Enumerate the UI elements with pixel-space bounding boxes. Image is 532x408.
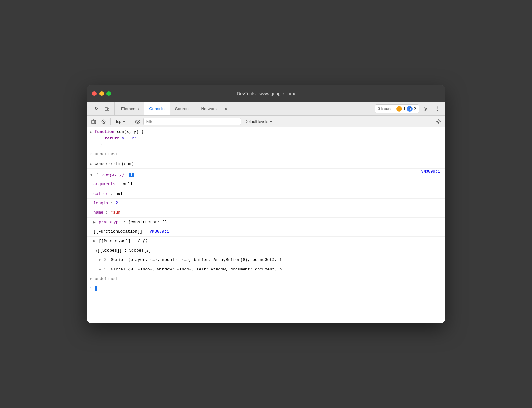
expand-arrow-2[interactable]: ▶ (90, 161, 92, 168)
svg-point-5 (437, 106, 438, 107)
console-content: ▶ function sum(x, y) { return x + y; } «… (87, 127, 445, 323)
issues-badge[interactable]: 3 Issues: ! 1 💬 2 (375, 104, 419, 113)
input-chevron: › (90, 286, 92, 291)
svg-point-12 (137, 121, 138, 122)
result-undefined-1: undefined (95, 152, 117, 157)
prop-prototype: ▶ prototype : {constructor: f} (87, 218, 445, 227)
prop-value-prototype: {constructor: f} (128, 220, 167, 225)
console-input-row[interactable]: › (87, 284, 445, 293)
tab-sources[interactable]: Sources (170, 102, 196, 115)
prop-value-name: "sum" (111, 211, 123, 215)
down-triangle[interactable]: ▼ (90, 172, 92, 179)
proto2-label: [[Prototype]] (99, 239, 131, 243)
func-name-italic: sum(x, y) (102, 173, 124, 177)
function-location-link[interactable]: VM3089:1 (150, 229, 169, 234)
closing-brace: } (95, 143, 102, 147)
svg-line-10 (102, 120, 105, 123)
clear-console-button[interactable] (90, 117, 98, 126)
svg-text:!: ! (399, 107, 399, 110)
func-keyword-italic: f (96, 173, 99, 177)
prop-scopes: ▼ [[Scopes]] : Scopes[2] (87, 246, 445, 255)
svg-rect-0 (105, 108, 108, 110)
console-dir-code: console.dir(sum) (95, 162, 134, 166)
levels-selector[interactable]: Default levels (242, 119, 275, 124)
expand-arrow-1[interactable]: ▶ (90, 129, 92, 136)
function-location-label: [[FunctionLocation]] (93, 229, 142, 234)
devtools-window: DevTools - www.google.com/ Elements Cons… (87, 85, 445, 323)
prop-label-name: name (93, 211, 103, 215)
settings-button[interactable] (420, 104, 431, 114)
levels-label: Default levels (245, 119, 268, 124)
prop-name: name : "sum" (87, 208, 445, 218)
tab-right-actions: 3 Issues: ! 1 💬 2 (375, 102, 442, 115)
scope-1: ▶ 1: Global {0: Window, window: Window, … (87, 265, 445, 274)
close-button[interactable] (92, 91, 97, 96)
more-tabs-button[interactable]: » (222, 102, 230, 115)
tabbar: Elements Console Sources Network » 3 Iss… (87, 102, 445, 116)
device-toggle-icon[interactable] (103, 104, 112, 113)
proto2-value: f () (138, 239, 147, 243)
prop-value-arguments: null (123, 182, 133, 187)
scope-1-value: Global {0: Window, window: Window, self:… (111, 267, 282, 272)
result-undefined-2: undefined (95, 277, 117, 281)
tab-icon-group (90, 102, 115, 115)
keyword-function: function (95, 130, 114, 134)
issues-label: 3 Issues: (378, 107, 394, 111)
console-cursor (95, 286, 97, 291)
svg-rect-8 (92, 120, 96, 124)
tab-elements[interactable]: Elements (116, 102, 144, 115)
no-icon[interactable] (99, 117, 108, 126)
scopes-label: [[Scopes]] (93, 248, 122, 253)
toolbar-divider (110, 118, 111, 125)
return-line: return x + y; (95, 136, 137, 141)
prop-length: length : 2 (87, 199, 445, 208)
console-entry-function-def: ▶ function sum(x, y) { return x + y; } (87, 127, 445, 150)
minimize-button[interactable] (99, 91, 104, 96)
warn-count: 1 (403, 107, 406, 111)
console-result-1: « undefined (87, 150, 445, 159)
toolbar-divider2 (131, 118, 131, 125)
prop-proto2: ▶ [[Prototype]] : f () (87, 237, 445, 246)
tab-console[interactable]: Console (144, 102, 170, 115)
console-settings-button[interactable] (434, 117, 442, 126)
prop-caller: caller : null (87, 189, 445, 199)
window-title: DevTools - www.google.com/ (237, 91, 295, 96)
prop-label-length: length (93, 201, 108, 206)
prototype-expand[interactable]: ▶ (93, 220, 96, 224)
eye-button[interactable] (133, 117, 142, 126)
prop-value-caller: null (116, 192, 125, 196)
console-result-2: « undefined (87, 274, 445, 284)
scope-1-label: ▶ 1: (99, 267, 111, 272)
prop-label-caller: caller (93, 192, 108, 196)
svg-point-11 (135, 120, 140, 123)
prop-label-arguments: arguments (93, 182, 116, 187)
left-arrow-2: « (90, 276, 92, 283)
proto2-expand[interactable]: ▶ (93, 239, 96, 243)
info-count: 2 (414, 107, 416, 111)
svg-rect-1 (108, 109, 109, 110)
left-arrow: « (90, 152, 92, 158)
svg-point-6 (437, 108, 438, 109)
tab-network[interactable]: Network (196, 102, 222, 115)
warn-badge: ! (396, 106, 402, 112)
svg-point-7 (437, 110, 438, 111)
scopes-triangle[interactable]: ▼ (95, 248, 98, 254)
maximize-button[interactable] (106, 91, 111, 96)
function-name-1: sum(x, y) { (117, 130, 144, 134)
prop-function-location: [[FunctionLocation]] : VM3089:1 (87, 227, 445, 237)
info-badge: 💬 (407, 106, 413, 112)
titlebar: DevTools - www.google.com/ (87, 85, 445, 102)
traffic-lights (92, 91, 111, 96)
more-options-button[interactable] (432, 104, 442, 114)
context-selector[interactable]: top (113, 119, 128, 124)
scope-0-label: ▶ 0: (99, 258, 111, 262)
info-badge-btn[interactable]: i (129, 173, 134, 177)
prop-arguments: arguments : null (87, 180, 445, 189)
svg-text:💬: 💬 (409, 107, 412, 110)
cursor-icon[interactable] (92, 104, 101, 113)
filter-input[interactable] (143, 118, 241, 125)
console-toolbar: top Default levels (87, 116, 445, 127)
svg-point-13 (438, 121, 439, 122)
scope-0: ▶ 0: Script {player: {…}, module: {…}, b… (87, 255, 445, 265)
console-entry-function-obj: ▼ f sum(x, y) i (87, 170, 445, 180)
